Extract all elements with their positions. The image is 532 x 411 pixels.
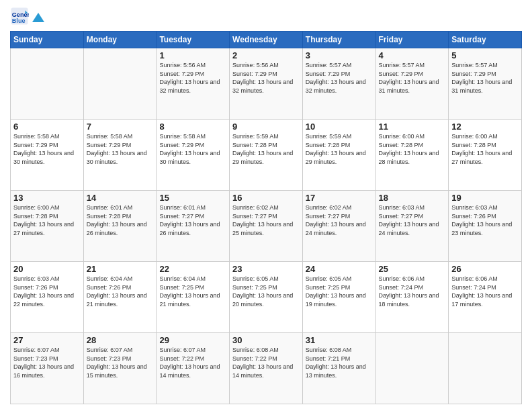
day-number: 29 bbox=[159, 335, 226, 345]
weekday-header-sunday: Sunday bbox=[11, 32, 84, 48]
calendar-header-row: SundayMondayTuesdayWednesdayThursdayFrid… bbox=[11, 32, 522, 48]
calendar-cell: 29Sunrise: 6:07 AM Sunset: 7:22 PM Dayli… bbox=[157, 333, 230, 404]
logo-icon: General Blue bbox=[10, 7, 29, 26]
calendar-cell: 23Sunrise: 6:05 AM Sunset: 7:25 PM Dayli… bbox=[230, 262, 303, 333]
calendar-cell: 1Sunrise: 5:56 AM Sunset: 7:29 PM Daylig… bbox=[157, 48, 230, 120]
calendar-cell: 9Sunrise: 5:59 AM Sunset: 7:28 PM Daylig… bbox=[230, 120, 303, 191]
day-number: 19 bbox=[451, 193, 519, 203]
calendar-cell: 25Sunrise: 6:06 AM Sunset: 7:24 PM Dayli… bbox=[375, 262, 449, 333]
day-info: Sunrise: 6:00 AM Sunset: 7:28 PM Dayligh… bbox=[451, 132, 519, 166]
day-info: Sunrise: 5:58 AM Sunset: 7:29 PM Dayligh… bbox=[87, 132, 154, 166]
day-info: Sunrise: 6:00 AM Sunset: 7:28 PM Dayligh… bbox=[13, 203, 81, 237]
calendar-cell: 13Sunrise: 6:00 AM Sunset: 7:28 PM Dayli… bbox=[11, 191, 84, 262]
day-number: 10 bbox=[306, 122, 373, 132]
day-info: Sunrise: 6:01 AM Sunset: 7:28 PM Dayligh… bbox=[87, 203, 154, 237]
day-number: 22 bbox=[159, 264, 226, 274]
day-number: 1 bbox=[159, 50, 226, 60]
day-info: Sunrise: 6:07 AM Sunset: 7:22 PM Dayligh… bbox=[159, 346, 226, 379]
day-number: 25 bbox=[379, 264, 446, 274]
day-info: Sunrise: 6:08 AM Sunset: 7:21 PM Dayligh… bbox=[306, 346, 373, 379]
day-number: 14 bbox=[87, 193, 154, 203]
day-info: Sunrise: 6:04 AM Sunset: 7:25 PM Dayligh… bbox=[159, 275, 226, 308]
day-info: Sunrise: 6:07 AM Sunset: 7:23 PM Dayligh… bbox=[87, 346, 154, 379]
day-number: 24 bbox=[306, 264, 373, 274]
calendar-cell: 24Sunrise: 6:05 AM Sunset: 7:25 PM Dayli… bbox=[302, 262, 375, 333]
logo: General Blue bbox=[10, 7, 45, 26]
day-number: 7 bbox=[87, 122, 154, 132]
day-info: Sunrise: 6:08 AM Sunset: 7:22 PM Dayligh… bbox=[232, 346, 300, 379]
day-info: Sunrise: 6:06 AM Sunset: 7:24 PM Dayligh… bbox=[379, 275, 446, 308]
calendar-cell: 4Sunrise: 5:57 AM Sunset: 7:29 PM Daylig… bbox=[375, 48, 449, 120]
day-number: 17 bbox=[306, 193, 373, 203]
day-info: Sunrise: 6:05 AM Sunset: 7:25 PM Dayligh… bbox=[306, 275, 373, 308]
calendar-cell: 26Sunrise: 6:06 AM Sunset: 7:24 PM Dayli… bbox=[449, 262, 522, 333]
day-number: 4 bbox=[379, 50, 446, 60]
calendar-week-row: 1Sunrise: 5:56 AM Sunset: 7:29 PM Daylig… bbox=[11, 48, 522, 120]
calendar-week-row: 13Sunrise: 6:00 AM Sunset: 7:28 PM Dayli… bbox=[11, 191, 522, 262]
calendar-cell: 3Sunrise: 5:57 AM Sunset: 7:29 PM Daylig… bbox=[302, 48, 375, 120]
day-number: 15 bbox=[159, 193, 226, 203]
day-number: 8 bbox=[159, 122, 226, 132]
calendar-cell: 27Sunrise: 6:07 AM Sunset: 7:23 PM Dayli… bbox=[11, 333, 84, 404]
calendar-cell: 16Sunrise: 6:02 AM Sunset: 7:27 PM Dayli… bbox=[230, 191, 303, 262]
day-number: 2 bbox=[232, 50, 300, 60]
day-info: Sunrise: 5:59 AM Sunset: 7:28 PM Dayligh… bbox=[306, 132, 373, 166]
day-number: 27 bbox=[13, 335, 81, 345]
day-info: Sunrise: 5:57 AM Sunset: 7:29 PM Dayligh… bbox=[306, 61, 373, 95]
svg-text:Blue: Blue bbox=[12, 17, 26, 24]
calendar-cell: 31Sunrise: 6:08 AM Sunset: 7:21 PM Dayli… bbox=[302, 333, 375, 404]
day-info: Sunrise: 6:03 AM Sunset: 7:26 PM Dayligh… bbox=[13, 275, 81, 308]
calendar-cell: 15Sunrise: 6:01 AM Sunset: 7:27 PM Dayli… bbox=[157, 191, 230, 262]
day-number: 13 bbox=[13, 193, 81, 203]
day-info: Sunrise: 6:03 AM Sunset: 7:27 PM Dayligh… bbox=[379, 203, 446, 237]
day-info: Sunrise: 6:06 AM Sunset: 7:24 PM Dayligh… bbox=[451, 275, 519, 308]
day-info: Sunrise: 5:56 AM Sunset: 7:29 PM Dayligh… bbox=[232, 61, 300, 95]
day-info: Sunrise: 6:04 AM Sunset: 7:26 PM Dayligh… bbox=[87, 275, 154, 308]
calendar-cell: 14Sunrise: 6:01 AM Sunset: 7:28 PM Dayli… bbox=[83, 191, 157, 262]
day-info: Sunrise: 5:57 AM Sunset: 7:29 PM Dayligh… bbox=[451, 61, 519, 95]
day-info: Sunrise: 5:58 AM Sunset: 7:29 PM Dayligh… bbox=[13, 132, 81, 166]
day-number: 3 bbox=[306, 50, 373, 60]
calendar-week-row: 6Sunrise: 5:58 AM Sunset: 7:29 PM Daylig… bbox=[11, 120, 522, 191]
calendar-cell: 21Sunrise: 6:04 AM Sunset: 7:26 PM Dayli… bbox=[83, 262, 157, 333]
day-info: Sunrise: 6:07 AM Sunset: 7:23 PM Dayligh… bbox=[13, 346, 81, 379]
weekday-header-friday: Friday bbox=[375, 32, 449, 48]
day-info: Sunrise: 6:00 AM Sunset: 7:28 PM Dayligh… bbox=[379, 132, 446, 166]
calendar-cell bbox=[449, 333, 522, 404]
logo-triangle-icon bbox=[32, 13, 44, 22]
calendar-cell: 8Sunrise: 5:58 AM Sunset: 7:29 PM Daylig… bbox=[157, 120, 230, 191]
calendar-cell: 18Sunrise: 6:03 AM Sunset: 7:27 PM Dayli… bbox=[375, 191, 449, 262]
day-info: Sunrise: 5:58 AM Sunset: 7:29 PM Dayligh… bbox=[159, 132, 226, 166]
day-info: Sunrise: 6:02 AM Sunset: 7:27 PM Dayligh… bbox=[232, 203, 300, 237]
calendar-cell: 10Sunrise: 5:59 AM Sunset: 7:28 PM Dayli… bbox=[302, 120, 375, 191]
day-number: 30 bbox=[232, 335, 300, 345]
day-info: Sunrise: 6:03 AM Sunset: 7:26 PM Dayligh… bbox=[451, 203, 519, 237]
calendar-week-row: 20Sunrise: 6:03 AM Sunset: 7:26 PM Dayli… bbox=[11, 262, 522, 333]
calendar-cell bbox=[11, 48, 84, 120]
day-number: 23 bbox=[232, 264, 300, 274]
weekday-header-tuesday: Tuesday bbox=[157, 32, 230, 48]
day-number: 6 bbox=[13, 122, 81, 132]
calendar-cell: 22Sunrise: 6:04 AM Sunset: 7:25 PM Dayli… bbox=[157, 262, 230, 333]
day-number: 18 bbox=[379, 193, 446, 203]
day-info: Sunrise: 6:05 AM Sunset: 7:25 PM Dayligh… bbox=[232, 275, 300, 308]
weekday-header-saturday: Saturday bbox=[449, 32, 522, 48]
day-number: 16 bbox=[232, 193, 300, 203]
calendar-cell: 19Sunrise: 6:03 AM Sunset: 7:26 PM Dayli… bbox=[449, 191, 522, 262]
day-number: 26 bbox=[451, 264, 519, 274]
calendar-cell: 6Sunrise: 5:58 AM Sunset: 7:29 PM Daylig… bbox=[11, 120, 84, 191]
weekday-header-wednesday: Wednesday bbox=[230, 32, 303, 48]
day-info: Sunrise: 6:02 AM Sunset: 7:27 PM Dayligh… bbox=[306, 203, 373, 237]
calendar-cell bbox=[83, 48, 157, 120]
calendar-cell: 5Sunrise: 5:57 AM Sunset: 7:29 PM Daylig… bbox=[449, 48, 522, 120]
day-info: Sunrise: 5:57 AM Sunset: 7:29 PM Dayligh… bbox=[379, 61, 446, 95]
day-number: 9 bbox=[232, 122, 300, 132]
calendar-week-row: 27Sunrise: 6:07 AM Sunset: 7:23 PM Dayli… bbox=[11, 333, 522, 404]
calendar-cell: 12Sunrise: 6:00 AM Sunset: 7:28 PM Dayli… bbox=[449, 120, 522, 191]
day-number: 11 bbox=[379, 122, 446, 132]
day-number: 31 bbox=[306, 335, 373, 345]
calendar-cell: 17Sunrise: 6:02 AM Sunset: 7:27 PM Dayli… bbox=[302, 191, 375, 262]
calendar-cell: 20Sunrise: 6:03 AM Sunset: 7:26 PM Dayli… bbox=[11, 262, 84, 333]
calendar-cell bbox=[375, 333, 449, 404]
weekday-header-monday: Monday bbox=[83, 32, 157, 48]
